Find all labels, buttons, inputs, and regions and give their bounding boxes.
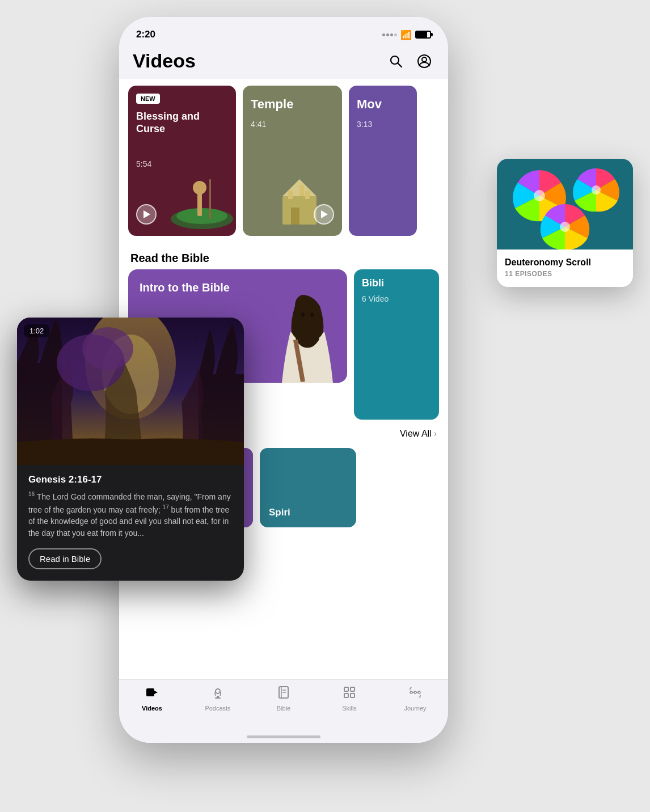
svg-marker-26 <box>154 691 158 694</box>
nav-podcasts-label: Podcasts <box>205 705 230 712</box>
status-time: 2:20 <box>136 29 155 40</box>
page-title: Videos <box>133 50 196 72</box>
svg-point-47 <box>534 190 545 201</box>
skills-nav-icon <box>343 686 356 703</box>
svg-point-37 <box>414 691 416 693</box>
deut-card-body: Deuteronomy Scroll 11 EPISODES <box>497 249 633 287</box>
bible-card-body: Genesis 2:16-17 16 The Lord God commande… <box>17 465 244 581</box>
svg-point-18 <box>310 312 314 317</box>
status-bar: 2:20 📶 <box>119 17 448 45</box>
man-illustration <box>273 286 341 383</box>
svg-rect-12 <box>299 185 304 196</box>
bottom-nav: Videos Podcasts <box>119 679 448 730</box>
status-icons: 📶 <box>382 29 431 40</box>
spiri-title: Spiri <box>269 507 290 518</box>
app-header: Videos <box>119 45 448 79</box>
svg-rect-29 <box>215 697 221 699</box>
bible-passage-card: 1:02 Genesis 2:16-17 16 The Lord God com… <box>17 318 244 581</box>
svg-rect-25 <box>146 688 154 696</box>
svg-rect-13 <box>305 191 310 199</box>
spiri-card[interactable]: Spiri <box>260 448 356 527</box>
podcasts-nav-icon <box>211 686 225 703</box>
nav-videos[interactable]: Videos <box>135 686 169 712</box>
bible-card-image: 1:02 <box>17 318 244 465</box>
video-card-blessing[interactable]: NEW Blessing and Curse 5:54 <box>128 86 236 236</box>
videos-nav-icon <box>145 686 159 703</box>
signal-icon <box>382 33 397 36</box>
play-button-temple[interactable] <box>314 204 334 225</box>
deuteronomy-card[interactable]: Deuteronomy Scroll 11 EPISODES <box>497 159 633 287</box>
deut-card-image <box>497 159 633 249</box>
pinwheel-art <box>497 159 633 249</box>
svg-rect-35 <box>351 693 354 697</box>
play-button-blessing[interactable] <box>136 204 157 225</box>
video-duration-temple: 4:41 <box>251 120 266 129</box>
svg-point-36 <box>410 691 412 693</box>
svg-point-49 <box>592 185 601 194</box>
deut-episodes: 11 EPISODES <box>505 270 625 278</box>
video-card-temple[interactable]: Temple 4:41 <box>243 86 342 236</box>
play-triangle-temple <box>321 210 328 218</box>
nav-journey-label: Journey <box>404 705 426 712</box>
svg-rect-33 <box>351 687 354 691</box>
video-card-mov[interactable]: Mov 3:13 <box>349 86 417 236</box>
journey-nav-icon <box>408 686 422 703</box>
deut-title: Deuteronomy Scroll <box>505 257 625 268</box>
svg-point-3 <box>422 57 427 62</box>
read-in-bible-button[interactable]: Read in Bible <box>28 548 102 569</box>
view-all-label: View All <box>400 429 432 439</box>
bible-nav-icon <box>277 686 290 703</box>
svg-rect-8 <box>209 179 211 219</box>
nav-videos-label: Videos <box>142 705 162 712</box>
svg-point-38 <box>418 691 420 693</box>
video-duration-mov: 3:13 <box>357 120 372 129</box>
chevron-right-icon: › <box>434 429 437 439</box>
search-icon <box>389 54 403 69</box>
bibli-label: Bibli <box>362 277 384 289</box>
svg-point-43 <box>82 327 133 370</box>
home-indicator <box>119 730 448 743</box>
forest-scene <box>17 318 244 465</box>
nav-skills[interactable]: Skills <box>332 686 366 712</box>
bibli-count: 6 Video <box>362 294 389 303</box>
verse-superscript-1: 16 <box>28 491 35 497</box>
search-button[interactable] <box>386 51 406 71</box>
profile-icon <box>417 54 432 69</box>
read-bible-section-header: Read the Bible <box>119 243 448 269</box>
time-badge: 1:02 <box>24 324 49 337</box>
video-title-blessing: Blessing and Curse <box>136 111 228 135</box>
svg-point-51 <box>560 222 570 232</box>
svg-rect-11 <box>291 208 299 225</box>
temple-art <box>257 151 342 236</box>
svg-point-17 <box>301 312 305 317</box>
home-bar <box>247 735 320 738</box>
verse-superscript-2: 17 <box>163 504 169 510</box>
nav-bible-label: Bible <box>277 705 290 712</box>
video-title-mov: Mov <box>357 97 409 112</box>
bible-reference: Genesis 2:16-17 <box>28 474 233 485</box>
svg-point-7 <box>193 181 206 194</box>
play-triangle <box>143 210 150 218</box>
svg-rect-32 <box>344 687 348 691</box>
profile-button[interactable] <box>414 51 434 71</box>
header-icons <box>386 51 434 71</box>
nav-podcasts[interactable]: Podcasts <box>201 686 235 712</box>
nav-journey[interactable]: Journey <box>398 686 432 712</box>
nav-skills-label: Skills <box>342 705 357 712</box>
svg-rect-14 <box>288 191 293 199</box>
bibli-card[interactable]: Bibli 6 Video <box>354 269 439 420</box>
wifi-icon: 📶 <box>400 29 412 40</box>
bible-verse-text: 16 The Lord God commanded the man, sayin… <box>28 490 233 539</box>
video-title-temple: Temple <box>251 97 334 112</box>
video-duration-blessing: 5:54 <box>136 159 151 168</box>
svg-line-1 <box>398 63 402 67</box>
videos-row: NEW Blessing and Curse 5:54 <box>119 79 448 243</box>
nav-bible[interactable]: Bible <box>267 686 301 712</box>
new-badge: NEW <box>136 94 160 104</box>
blessing-art <box>157 157 236 236</box>
svg-rect-34 <box>344 693 348 697</box>
svg-point-27 <box>216 689 220 693</box>
battery-icon <box>415 31 431 39</box>
